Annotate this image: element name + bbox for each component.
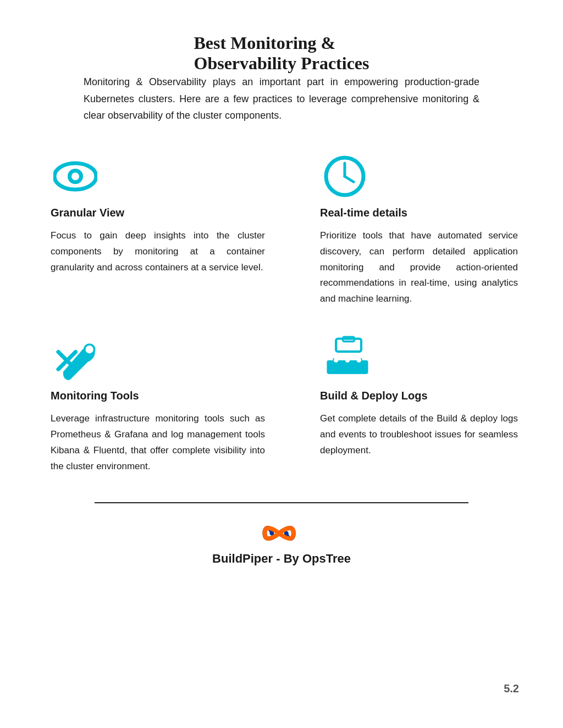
intro-paragraph: Monitoring & Observability plays an impo… bbox=[84, 74, 479, 124]
clock-icon bbox=[323, 154, 367, 198]
eye-icon-wrapper bbox=[51, 152, 100, 201]
card-monitoring-tools: Monitoring Tools Leverage infrastructure… bbox=[45, 335, 265, 475]
card-build-deploy-logs: Build & Deploy Logs Get complete details… bbox=[298, 335, 518, 475]
card-granular-view: Granular View Focus to gain deep insight… bbox=[45, 152, 265, 307]
wrench-icon-wrapper bbox=[51, 335, 106, 384]
monitoring-tools-text: Leverage infrastructure monitoring tools… bbox=[51, 411, 265, 475]
buildpiper-logo bbox=[262, 520, 301, 547]
svg-line-5 bbox=[345, 176, 354, 182]
svg-point-6 bbox=[85, 344, 95, 354]
cards-grid: Granular View Focus to gain deep insight… bbox=[45, 152, 518, 475]
card-realtime-details: Real-time details Prioritize tools that … bbox=[298, 152, 518, 307]
footer-divider bbox=[95, 502, 468, 503]
build-deploy-logs-text: Get complete details of the Build & depl… bbox=[320, 411, 518, 459]
svg-point-13 bbox=[345, 358, 350, 363]
svg-point-12 bbox=[334, 358, 338, 363]
realtime-details-title: Real-time details bbox=[320, 207, 407, 219]
build-deploy-logs-title: Build & Deploy Logs bbox=[320, 390, 428, 402]
svg-point-14 bbox=[357, 358, 361, 363]
svg-point-2 bbox=[71, 173, 79, 180]
blocks-icon bbox=[320, 335, 375, 384]
page-number: 5.2 bbox=[504, 682, 519, 695]
monitoring-tools-title: Monitoring Tools bbox=[51, 390, 139, 402]
wrench-icon bbox=[53, 335, 103, 384]
footer-brand: BuildPiper - By OpsTree bbox=[212, 552, 351, 566]
clock-icon-wrapper bbox=[320, 152, 369, 201]
granular-view-text: Focus to gain deep insights into the clu… bbox=[51, 228, 265, 276]
granular-view-title: Granular View bbox=[51, 207, 124, 219]
footer: BuildPiper - By OpsTree bbox=[212, 520, 351, 566]
page-title: Best Monitoring & Observability Practice… bbox=[194, 33, 369, 74]
blocks-icon-wrapper bbox=[320, 335, 375, 384]
eye-icon bbox=[53, 157, 97, 196]
realtime-details-text: Prioritize tools that have automated ser… bbox=[320, 228, 518, 307]
